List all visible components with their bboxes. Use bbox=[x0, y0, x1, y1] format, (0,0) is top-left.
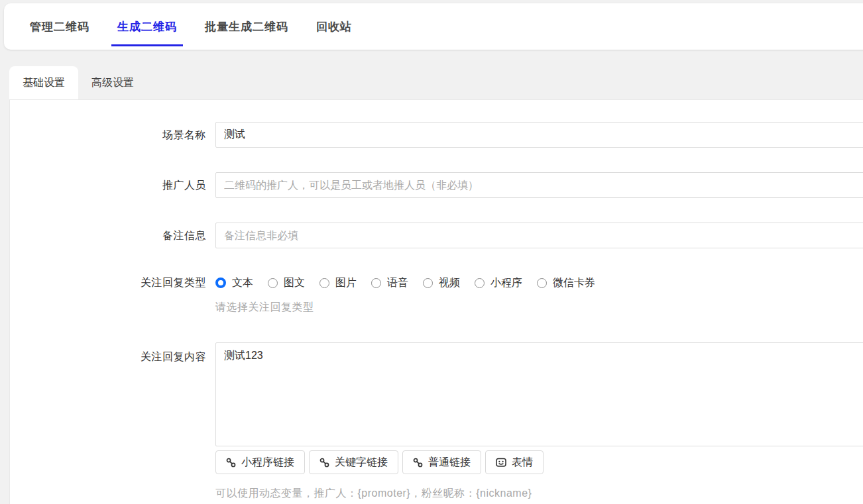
reply-type-label: 关注回复类型 bbox=[10, 273, 215, 315]
link-icon bbox=[226, 458, 236, 468]
radio-image-label: 图片 bbox=[335, 276, 357, 290]
miniprogram-link-button[interactable]: 小程序链接 bbox=[215, 450, 305, 474]
radio-unchecked-icon[interactable] bbox=[423, 278, 433, 288]
radio-miniprogram-label: 小程序 bbox=[490, 276, 522, 290]
reply-type-help-text: 请选择关注回复类型 bbox=[215, 301, 863, 315]
settings-tabs: 基础设置 高级设置 bbox=[9, 66, 863, 99]
miniprogram-link-label: 小程序链接 bbox=[241, 456, 294, 470]
nav-tab-batch-generate-qrcode[interactable]: 批量生成二维码 bbox=[199, 3, 294, 50]
link-icon bbox=[413, 458, 423, 468]
tab-advanced-settings[interactable]: 高级设置 bbox=[78, 66, 147, 99]
reply-type-radio-group: 文本 图文 图片 语音 视频 bbox=[215, 273, 863, 293]
radio-checked-icon[interactable] bbox=[215, 277, 226, 288]
top-nav-card: 管理二维码 生成二维码 批量生成二维码 回收站 bbox=[4, 3, 863, 50]
reply-content-textarea[interactable]: 测试123 bbox=[215, 342, 863, 446]
reply-type-row: 关注回复类型 文本 图文 图片 语音 bbox=[10, 273, 863, 315]
scene-name-label: 场景名称 bbox=[10, 122, 215, 148]
promoter-label: 推广人员 bbox=[10, 172, 215, 198]
radio-unchecked-icon[interactable] bbox=[475, 278, 485, 288]
nav-tab-generate-qrcode[interactable]: 生成二维码 bbox=[111, 3, 183, 50]
keyword-link-label: 关键字链接 bbox=[335, 456, 388, 470]
radio-miniprogram[interactable]: 小程序 bbox=[475, 276, 522, 290]
scene-name-row: 场景名称 bbox=[10, 122, 863, 148]
radio-wechat-card[interactable]: 微信卡券 bbox=[537, 276, 595, 290]
radio-unchecked-icon[interactable] bbox=[319, 278, 329, 288]
tab-basic-settings[interactable]: 基础设置 bbox=[9, 66, 78, 99]
promoter-input[interactable] bbox=[215, 172, 863, 198]
emoji-icon bbox=[496, 457, 506, 468]
radio-wechat-card-label: 微信卡券 bbox=[553, 276, 595, 290]
radio-voice-label: 语音 bbox=[387, 276, 408, 290]
radio-unchecked-icon[interactable] bbox=[268, 278, 278, 288]
remark-input[interactable] bbox=[215, 223, 863, 248]
radio-video-label: 视频 bbox=[439, 276, 460, 290]
scene-name-input[interactable] bbox=[215, 122, 863, 148]
reply-content-row: 关注回复内容 测试123 小程序链接 bbox=[10, 342, 863, 501]
nav-tab-manage-qrcode[interactable]: 管理二维码 bbox=[24, 3, 95, 50]
basic-settings-panel: 场景名称 推广人员 备注信息 关注回复类型 文本 图 bbox=[9, 99, 863, 504]
remark-label: 备注信息 bbox=[10, 223, 215, 248]
radio-voice[interactable]: 语音 bbox=[371, 276, 408, 290]
radio-news-label: 图文 bbox=[284, 276, 305, 290]
promoter-row: 推广人员 bbox=[10, 172, 863, 198]
reply-content-help-text: 可以使用动态变量，推广人：{promoter}，粉丝昵称：{nickname} bbox=[215, 487, 863, 501]
nav-tab-recycle-bin[interactable]: 回收站 bbox=[310, 3, 358, 50]
reply-content-toolbar: 小程序链接 关键字链接 普通链接 bbox=[215, 450, 863, 474]
radio-text[interactable]: 文本 bbox=[215, 276, 253, 290]
emoji-label: 表情 bbox=[512, 456, 533, 470]
reply-content-label: 关注回复内容 bbox=[10, 342, 215, 501]
link-icon bbox=[319, 458, 329, 468]
radio-video[interactable]: 视频 bbox=[423, 276, 460, 290]
keyword-link-button[interactable]: 关键字链接 bbox=[309, 450, 398, 474]
radio-news[interactable]: 图文 bbox=[268, 276, 305, 290]
remark-row: 备注信息 bbox=[10, 223, 863, 248]
radio-unchecked-icon[interactable] bbox=[371, 278, 381, 288]
radio-unchecked-icon[interactable] bbox=[537, 278, 547, 288]
normal-link-label: 普通链接 bbox=[428, 456, 471, 470]
radio-image[interactable]: 图片 bbox=[319, 276, 357, 290]
radio-text-label: 文本 bbox=[232, 276, 253, 290]
normal-link-button[interactable]: 普通链接 bbox=[402, 450, 481, 474]
emoji-button[interactable]: 表情 bbox=[485, 450, 544, 474]
